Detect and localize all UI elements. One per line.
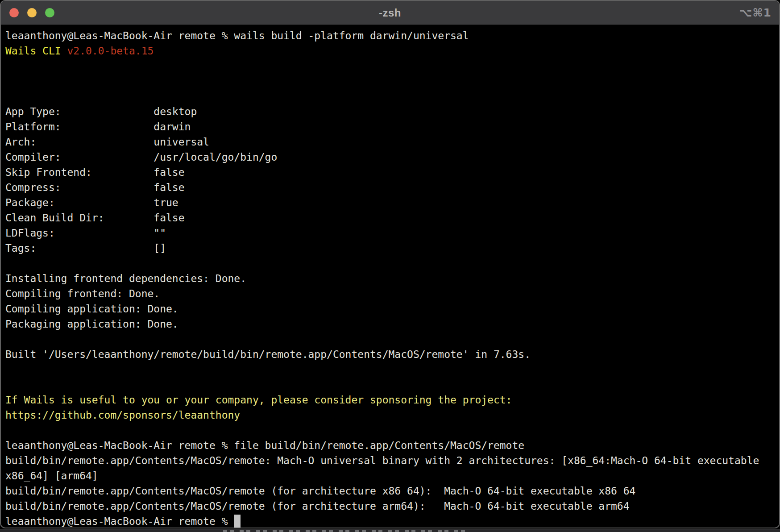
- terminal-text-segment: Platform: darwin: [5, 121, 191, 133]
- terminal-line: leaanthony@Leas-MacBook-Air remote % wai…: [5, 28, 775, 43]
- terminal-text-segment: Wails CLI: [5, 45, 67, 57]
- terminal-text-segment: Compiling application: Done.: [5, 303, 178, 315]
- terminal-line: [5, 332, 775, 347]
- close-button[interactable]: [9, 8, 19, 17]
- terminal-line: Compiling frontend: Done.: [5, 286, 775, 301]
- terminal-text-segment: build/bin/remote.app/Contents/MacOS/remo…: [5, 485, 635, 497]
- terminal-line: build/bin/remote.app/Contents/MacOS/remo…: [5, 453, 775, 468]
- terminal-text-segment: Compress: false: [5, 182, 185, 193]
- terminal-line: leaanthony@Leas-MacBook-Air remote % fil…: [5, 438, 775, 453]
- terminal-line: Compiler: /usr/local/go/bin/go: [5, 150, 775, 165]
- terminal-line: build/bin/remote.app/Contents/MacOS/remo…: [5, 483, 775, 499]
- terminal-line: Platform: darwin: [5, 119, 775, 134]
- terminal-text-segment: v2.0.0-beta.15: [67, 45, 154, 57]
- terminal-text-segment: leaanthony@Leas-MacBook-Air remote % wai…: [5, 30, 469, 42]
- terminal-output[interactable]: leaanthony@Leas-MacBook-Air remote % wai…: [1, 25, 779, 528]
- terminal-line: [5, 377, 775, 392]
- terminal-line: build/bin/remote.app/Contents/MacOS/remo…: [5, 499, 775, 514]
- terminal-line: Tags: []: [5, 241, 775, 256]
- terminal-text-segment: Clean Build Dir: false: [5, 212, 185, 224]
- terminal-line: [5, 74, 775, 89]
- terminal-line: Clean Build Dir: false: [5, 210, 775, 225]
- terminal-line: [5, 58, 775, 74]
- terminal-text-segment: LDFlags: "": [5, 227, 166, 239]
- traffic-light-buttons: [9, 1, 54, 25]
- terminal-text-segment: Compiler: /usr/local/go/bin/go: [5, 151, 277, 163]
- window-titlebar[interactable]: -zsh ⌥⌘1: [1, 1, 779, 25]
- terminal-line: Package: true: [5, 195, 775, 210]
- terminal-line: If Wails is useful to you or your compan…: [5, 392, 775, 407]
- desktop: -zsh ⌥⌘1 leaanthony@Leas-MacBook-Air rem…: [0, 0, 780, 532]
- terminal-text-segment: Package: true: [5, 197, 178, 208]
- terminal-text-segment: Skip Frontend: false: [5, 166, 185, 178]
- terminal-line: https://github.com/sponsors/leaanthony: [5, 407, 775, 423]
- terminal-line: Wails CLI v2.0.0-beta.15: [5, 43, 775, 58]
- terminal-line: App Type: desktop: [5, 104, 775, 119]
- terminal-text-segment: leaanthony@Leas-MacBook-Air remote %: [5, 515, 234, 527]
- window-title: -zsh: [379, 7, 401, 19]
- background-window-clipped-text: [223, 530, 466, 532]
- terminal-text-segment: build/bin/remote.app/Contents/MacOS/remo…: [5, 500, 630, 512]
- terminal-line: Compiling application: Done.: [5, 301, 775, 316]
- terminal-text-segment: x86_64] [arm64]: [5, 470, 98, 482]
- terminal-line: Packaging application: Done.: [5, 316, 775, 332]
- zoom-button[interactable]: [45, 8, 54, 17]
- terminal-text-segment: Tags: []: [5, 242, 166, 254]
- terminal-line: [5, 256, 775, 271]
- terminal-text-segment: Built '/Users/leaanthony/remote/build/bi…: [5, 349, 531, 360]
- terminal-window: -zsh ⌥⌘1 leaanthony@Leas-MacBook-Air rem…: [0, 0, 780, 528]
- terminal-text-segment: Compiling frontend: Done.: [5, 288, 160, 299]
- terminal-line: leaanthony@Leas-MacBook-Air remote %: [5, 514, 775, 528]
- minimize-button[interactable]: [27, 8, 37, 17]
- terminal-line: Compress: false: [5, 180, 775, 195]
- terminal-line: LDFlags: "": [5, 225, 775, 241]
- terminal-line: x86_64] [arm64]: [5, 468, 775, 483]
- terminal-line: [5, 362, 775, 377]
- terminal-line: [5, 423, 775, 438]
- terminal-text-segment: Arch: universal: [5, 136, 209, 148]
- background-window-sliver: [0, 529, 780, 532]
- terminal-text-segment: App Type: desktop: [5, 106, 197, 117]
- terminal-text-segment: Packaging application: Done.: [5, 318, 178, 330]
- terminal-line: Built '/Users/leaanthony/remote/build/bi…: [5, 347, 775, 362]
- terminal-line: Skip Frontend: false: [5, 165, 775, 180]
- terminal-text-segment: If Wails is useful to you or your compan…: [5, 394, 512, 406]
- tab-shortcut-badge: ⌥⌘1: [739, 1, 772, 25]
- terminal-text-segment: leaanthony@Leas-MacBook-Air remote % fil…: [5, 440, 524, 451]
- terminal-text-segment: build/bin/remote.app/Contents/MacOS/remo…: [5, 455, 759, 466]
- terminal-text-segment: Installing frontend dependencies: Done.: [5, 273, 246, 284]
- terminal-line: Arch: universal: [5, 134, 775, 150]
- terminal-line: Installing frontend dependencies: Done.: [5, 271, 775, 286]
- terminal-line: [5, 89, 775, 104]
- terminal-cursor: [234, 515, 240, 528]
- terminal-text-segment: https://github.com/sponsors/leaanthony: [5, 409, 240, 421]
